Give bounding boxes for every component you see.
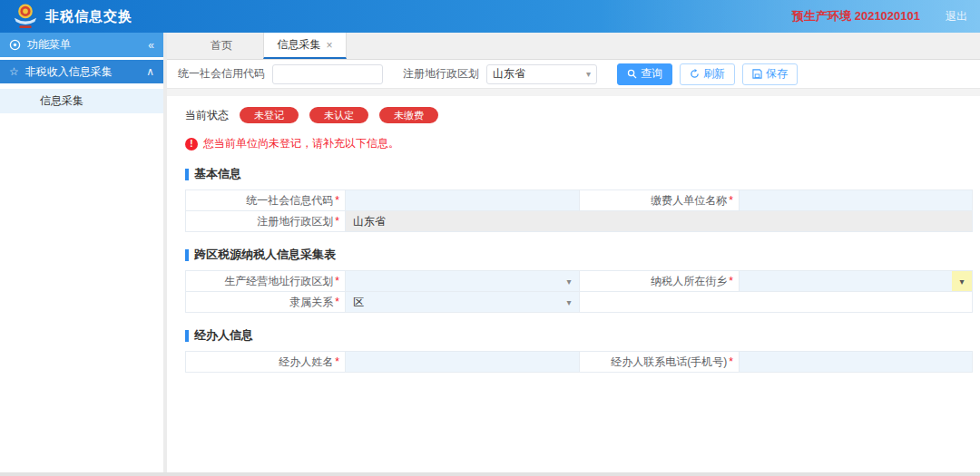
query-button-label: 查询 bbox=[641, 66, 662, 82]
query-button[interactable]: 查询 bbox=[617, 63, 672, 85]
basic-info-table: 统一社会信息代码 * 缴费人单位名称 * bbox=[185, 189, 973, 232]
tab-info-collection[interactable]: 信息采集 × bbox=[263, 33, 347, 59]
status-row: 当前状态 未登记 未认定 未缴费 bbox=[185, 107, 973, 123]
agent-name-field bbox=[346, 352, 580, 373]
sidebar-collapse-icon[interactable]: « bbox=[148, 39, 154, 52]
sidebar-item-info-collection[interactable]: 信息采集 bbox=[0, 89, 163, 113]
save-button-label: 保存 bbox=[766, 66, 788, 82]
sidebar-group-nontax-collection[interactable]: ☆ 非税收入信息采集 ∧ bbox=[0, 60, 163, 83]
required-marker: * bbox=[335, 355, 339, 368]
sidebar-item-label: 信息采集 bbox=[40, 93, 83, 109]
credit-code-field bbox=[346, 190, 580, 211]
required-marker: * bbox=[335, 194, 339, 207]
sidebar: 功能菜单 « ☆ 非税收入信息采集 ∧ 信息采集 bbox=[0, 33, 167, 472]
section-title-agent-info: 经办人信息 bbox=[185, 327, 973, 344]
refresh-icon bbox=[690, 69, 700, 79]
divider-bar bbox=[167, 89, 980, 96]
search-icon bbox=[627, 69, 637, 79]
chevron-down-icon[interactable]: ▾ bbox=[559, 271, 579, 291]
field-label-agent-name: 经办人姓名 * bbox=[186, 352, 346, 373]
field-label-affiliation: 隶属关系 * bbox=[186, 292, 346, 313]
agent-phone-field-input[interactable] bbox=[740, 352, 972, 372]
required-marker: * bbox=[729, 194, 733, 207]
environment-label: 预生产环境 2021020101 bbox=[792, 8, 920, 24]
payer-name-field-input[interactable] bbox=[740, 190, 972, 210]
section-accent-bar bbox=[185, 249, 189, 261]
sidebar-group-label: 非税收入信息采集 bbox=[25, 64, 113, 80]
warning-text: 您当前单位尚未登记，请补充以下信息。 bbox=[203, 136, 399, 151]
required-marker: * bbox=[335, 296, 339, 308]
credit-code-search-input[interactable] bbox=[272, 64, 383, 84]
tax-emblem-logo bbox=[13, 3, 38, 30]
warning-message: ! 您当前单位尚未登记，请补充以下信息。 bbox=[185, 136, 973, 151]
section-title-cross-region: 跨区税源纳税人信息采集表 bbox=[185, 247, 973, 263]
refresh-button[interactable]: 刷新 bbox=[680, 63, 735, 85]
page-title: 非税信息交换 bbox=[45, 8, 132, 25]
field-label-credit-code: 统一社会信息代码 * bbox=[186, 190, 346, 211]
field-label-agent-phone: 经办人联系电话(手机号) * bbox=[580, 352, 740, 373]
save-button[interactable]: 保存 bbox=[742, 63, 798, 85]
section-agent-title-label: 经办人信息 bbox=[194, 327, 253, 344]
registered-region-value: 山东省 bbox=[346, 211, 973, 232]
section-accent-bar bbox=[185, 169, 189, 180]
status-badge-unregistered: 未登记 bbox=[240, 107, 299, 123]
field-label-biz-region: 生产经营地址行政区划 * bbox=[186, 271, 346, 292]
affiliation-select[interactable]: 区 ▾ bbox=[346, 292, 580, 313]
sidebar-menu-header: 功能菜单 « bbox=[0, 33, 163, 57]
sidebar-menu-header-label: 功能菜单 bbox=[27, 37, 71, 53]
chevron-down-icon: ▾ bbox=[586, 69, 591, 79]
app-window: 非税信息交换 预生产环境 2021020101 退出 功能菜单 « ☆ 非税收入… bbox=[0, 0, 980, 476]
agent-info-table: 经办人姓名 * 经办人联系电话(手机号) * bbox=[185, 351, 973, 373]
status-badge-unidentified: 未认定 bbox=[309, 107, 368, 123]
tab-close-icon[interactable]: × bbox=[326, 39, 332, 52]
gear-icon bbox=[9, 39, 21, 51]
field-label-payer-name: 缴费人单位名称 * bbox=[580, 190, 740, 211]
main-area: 首页 信息采集 × 统一社会信用代码 注册地行政区划 山东省 ▾ bbox=[167, 33, 980, 472]
search-bar: 统一社会信用代码 注册地行政区划 山东省 ▾ 查询 bbox=[167, 60, 980, 89]
required-marker: * bbox=[729, 275, 733, 287]
tab-home[interactable]: 首页 bbox=[180, 33, 263, 59]
chevron-up-icon[interactable]: ∧ bbox=[146, 65, 154, 78]
cross-region-table: 生产经营地址行政区划 * ▾ 纳税人所在街乡 * bbox=[185, 270, 973, 313]
header: 非税信息交换 预生产环境 2021020101 退出 bbox=[0, 0, 980, 33]
required-marker: * bbox=[335, 275, 339, 287]
credit-code-field-input[interactable] bbox=[346, 190, 579, 210]
required-marker: * bbox=[335, 215, 339, 228]
required-marker: * bbox=[729, 355, 733, 368]
status-badge-unpaid: 未缴费 bbox=[379, 107, 438, 123]
field-label-registered-region: 注册地行政区划 * bbox=[186, 211, 346, 232]
tab-info-collection-label: 信息采集 bbox=[277, 37, 320, 53]
agent-name-field-input[interactable] bbox=[346, 352, 579, 372]
status-label: 当前状态 bbox=[185, 108, 229, 123]
refresh-button-label: 刷新 bbox=[703, 66, 725, 82]
chevron-down-icon[interactable]: ▾ bbox=[952, 271, 972, 291]
section-basic-title-label: 基本信息 bbox=[194, 166, 241, 182]
field-label-taxpayer-street: 纳税人所在街乡 * bbox=[580, 271, 740, 292]
form-content: 当前状态 未登记 未认定 未缴费 ! 您当前单位尚未登记，请补充以下信息。 基本… bbox=[167, 96, 980, 472]
empty-cell bbox=[580, 292, 973, 313]
tab-home-label: 首页 bbox=[211, 38, 232, 53]
taxpayer-street-select[interactable]: ▾ bbox=[740, 271, 973, 292]
star-icon: ☆ bbox=[9, 65, 19, 78]
region-search-value: 山东省 bbox=[493, 66, 586, 82]
tab-bar: 首页 信息采集 × bbox=[167, 33, 980, 60]
agent-phone-field bbox=[740, 352, 973, 373]
biz-region-select[interactable]: ▾ bbox=[346, 271, 580, 292]
region-search-select[interactable]: 山东省 ▾ bbox=[486, 64, 597, 84]
warning-icon: ! bbox=[185, 138, 198, 151]
affiliation-select-value: 区 bbox=[346, 295, 364, 310]
payer-name-field bbox=[740, 190, 973, 211]
section-cross-title-label: 跨区税源纳税人信息采集表 bbox=[194, 247, 336, 263]
credit-code-search-label: 统一社会信用代码 bbox=[178, 66, 265, 82]
chevron-down-icon[interactable]: ▾ bbox=[559, 292, 579, 312]
section-accent-bar bbox=[185, 330, 189, 342]
logout-button[interactable]: 退出 bbox=[946, 9, 967, 24]
section-title-basic-info: 基本信息 bbox=[185, 166, 973, 182]
region-search-label: 注册地行政区划 bbox=[403, 66, 479, 82]
save-icon bbox=[752, 69, 762, 79]
